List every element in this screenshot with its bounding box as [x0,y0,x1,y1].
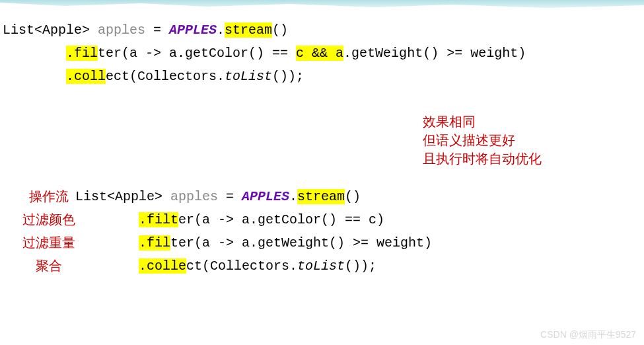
code-text: .getWeight() >= weight) [343,46,526,61]
decorative-wave [0,0,644,13]
code-method: toList [297,258,345,274]
indent [75,235,139,250]
code-line-3: .filter(a -> a.getWeight() >= weight) [75,231,432,254]
code-highlight: .fil [66,46,98,61]
code-block-bottom: List<Apple> apples = APPLES.stream() .fi… [75,185,432,278]
code-text: er(a -> a.getColor() == c) [178,212,384,227]
code-text: List<Apple> [75,189,170,204]
comment-line-3: 且执行时将自动优化 [423,149,542,168]
code-method: toList [225,69,272,84]
code-highlight: c && a [296,46,343,61]
label-stream: 操作流 [29,188,69,206]
code-highlight: stream [297,189,345,204]
code-highlight: .colle [139,258,186,274]
comment-line-2: 但语义描述更好 [423,131,542,149]
code-line-2: .filter(a -> a.getColor() == c) [75,208,432,231]
code-text: ()); [272,69,304,84]
code-line-1: List<Apple> apples = APPLES.stream() [3,19,526,42]
indent [75,212,139,227]
indent [75,258,139,274]
code-var: apples [98,22,145,38]
code-highlight: .coll [66,69,106,84]
code-line-4: .collect(Collectors.toList()); [75,254,432,278]
code-text: ter(a -> a.getWeight() >= weight) [170,235,432,250]
code-highlight: .fil [139,235,170,250]
code-text: = [218,189,242,204]
comment-line-1: 效果相同 [423,112,542,131]
code-text: () [345,189,361,204]
code-text: ct(Collectors. [186,258,297,274]
indent [3,69,66,84]
code-text: . [217,22,225,38]
comment-annotations: 效果相同 但语义描述更好 且执行时将自动优化 [423,112,542,168]
code-const: APPLES [169,22,217,38]
code-highlight: stream [225,22,272,38]
code-text: List<Apple> [3,22,98,38]
watermark: CSDN @烟雨平生9527 [540,329,636,341]
code-line-2: .filter(a -> a.getColor() == c && a.getW… [3,42,526,65]
code-text: . [289,189,297,204]
label-filter-color: 过滤颜色 [22,211,75,229]
code-text: ect(Collectors. [106,69,225,84]
code-var: apples [170,189,218,204]
code-line-1: List<Apple> apples = APPLES.stream() [75,185,432,208]
code-block-top: List<Apple> apples = APPLES.stream() .fi… [3,19,526,88]
label-filter-weight: 过滤重量 [22,234,75,252]
code-text: () [272,22,288,38]
code-highlight: .filt [139,212,178,227]
indent [3,46,66,61]
code-line-3: .collect(Collectors.toList()); [3,65,526,88]
code-const: APPLES [242,189,289,204]
code-text: ()); [345,258,376,274]
code-text: = [145,22,169,38]
label-collect: 聚合 [36,257,62,275]
code-text: ter(a -> a.getColor() == [98,46,296,61]
